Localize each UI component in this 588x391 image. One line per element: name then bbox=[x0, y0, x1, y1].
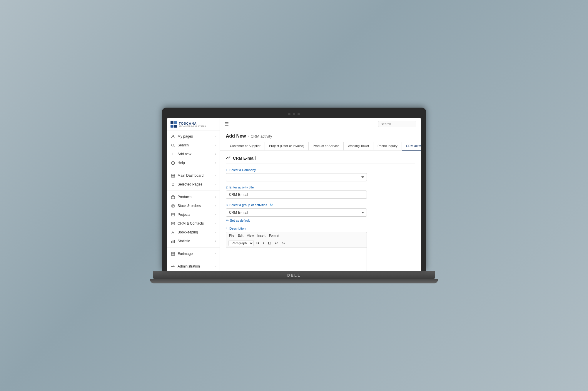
svg-rect-7 bbox=[171, 176, 173, 177]
sidebar-item-label: Stock & orders bbox=[178, 204, 213, 208]
svg-rect-8 bbox=[173, 176, 175, 177]
sidebar-item-label: Add new bbox=[178, 152, 213, 156]
svg-rect-6 bbox=[173, 174, 175, 176]
chevron-right-icon: › bbox=[215, 204, 216, 207]
undo-button[interactable]: ↩ bbox=[273, 240, 279, 246]
sidebar-item-administration[interactable]: Administration › bbox=[167, 262, 220, 271]
tab-phone-inquiry[interactable]: Phone Inquiry bbox=[373, 142, 402, 151]
editor-body[interactable] bbox=[226, 248, 367, 271]
form-section-label: CRM E-mail bbox=[233, 156, 256, 161]
activity-title-input[interactable] bbox=[226, 191, 367, 199]
sidebar-item-my-pages[interactable]: My pages › bbox=[167, 132, 220, 141]
main-content: ☰ Add New › CRM activity C bbox=[220, 118, 421, 271]
statistic-icon bbox=[171, 239, 175, 243]
svg-rect-10 bbox=[171, 196, 175, 199]
nav-divider bbox=[167, 247, 220, 248]
tab-customer-supplier[interactable]: Customer or Supplier bbox=[226, 142, 265, 151]
set-default-link[interactable]: ✏ Set as default bbox=[226, 218, 415, 223]
sidebar-item-admin-info[interactable]: Admin info › bbox=[167, 271, 220, 271]
hamburger-icon[interactable]: ☰ bbox=[225, 121, 229, 127]
svg-rect-23 bbox=[171, 252, 173, 254]
eurimage-icon bbox=[171, 251, 175, 256]
breadcrumb-main: Add New bbox=[226, 133, 246, 139]
page-header: Add New › CRM activity bbox=[220, 130, 421, 142]
editor-menu-file[interactable]: File bbox=[229, 234, 234, 237]
logo-name: TOSCANA bbox=[179, 122, 206, 125]
laptop-brand-label: DELL bbox=[287, 273, 301, 278]
tab-crm-activity[interactable]: CRM activity bbox=[402, 142, 421, 151]
laptop-keyboard-base bbox=[150, 279, 438, 283]
chevron-right-icon: › bbox=[215, 213, 216, 216]
sidebar-item-add-new[interactable]: + Add new › bbox=[167, 150, 220, 158]
svg-rect-24 bbox=[173, 252, 175, 254]
sidebar-item-search[interactable]: Search › bbox=[167, 141, 220, 150]
tab-project[interactable]: Project (Offer or Invoice) bbox=[265, 142, 309, 151]
company-select[interactable] bbox=[226, 173, 367, 181]
chevron-right-icon: › bbox=[215, 231, 216, 234]
chevron-right-icon: › bbox=[215, 174, 216, 177]
nav-divider bbox=[167, 191, 220, 191]
paragraph-select[interactable]: Paragraph bbox=[228, 240, 254, 246]
sidebar-item-projects[interactable]: Projects › bbox=[167, 210, 220, 219]
pencil-icon: ✏ bbox=[226, 218, 229, 223]
sidebar-item-statistic[interactable]: Statistic › bbox=[167, 237, 220, 245]
svg-text:?: ? bbox=[172, 162, 173, 164]
editor-menu-edit[interactable]: Edit bbox=[238, 234, 243, 237]
form-group-activities: 3. Select a group of activities ↻ CRM E-… bbox=[226, 203, 415, 223]
chevron-right-icon: › bbox=[215, 135, 216, 138]
crm-icon bbox=[171, 221, 175, 226]
editor-menu-format[interactable]: Format bbox=[269, 234, 279, 237]
help-icon: ? bbox=[171, 161, 175, 165]
tab-product-service[interactable]: Product or Service bbox=[309, 142, 344, 151]
svg-line-2 bbox=[173, 146, 175, 147]
sidebar-item-label: Selected Pages bbox=[178, 182, 213, 186]
products-icon bbox=[171, 195, 175, 199]
sidebar-item-bookkeeping[interactable]: Bookkeeping › bbox=[167, 228, 220, 237]
editor-menu-view[interactable]: View bbox=[247, 234, 254, 237]
underline-button[interactable]: U bbox=[267, 240, 272, 246]
editor-toolbar: Paragraph B I U ↩ ↪ bbox=[226, 239, 367, 248]
tab-working-ticket[interactable]: Working Ticket bbox=[344, 142, 373, 151]
sidebar-item-label: CRM & Contacts bbox=[178, 221, 213, 225]
editor-container: File Edit View Insert Format Paragraph bbox=[226, 232, 367, 271]
svg-point-27 bbox=[172, 266, 173, 267]
camera-dot bbox=[298, 113, 300, 115]
chevron-right-icon: › bbox=[215, 252, 216, 255]
svg-rect-26 bbox=[173, 254, 175, 255]
breadcrumb-arrow: › bbox=[248, 134, 249, 138]
add-icon: + bbox=[171, 152, 175, 156]
sidebar-item-selected-pages[interactable]: Selected Pages › bbox=[167, 180, 220, 189]
sidebar-item-stock-orders[interactable]: Stock & orders › bbox=[167, 201, 220, 210]
sidebar-item-label: Products bbox=[178, 195, 213, 199]
form-section-title: CRM E-mail bbox=[226, 156, 415, 163]
projects-icon bbox=[171, 212, 175, 217]
star-icon bbox=[171, 182, 175, 187]
sidebar-item-products[interactable]: Products › bbox=[167, 193, 220, 201]
svg-rect-21 bbox=[173, 240, 173, 243]
title-label: 2. Enter activity title bbox=[226, 186, 415, 189]
sidebar-item-label: Main Dashboard bbox=[178, 173, 213, 178]
company-label: 1. Select a Company bbox=[226, 168, 415, 172]
sidebar-item-main-dashboard[interactable]: Main Dashboard › bbox=[167, 171, 220, 180]
sidebar-item-eurimage[interactable]: Eurimage › bbox=[167, 249, 220, 258]
sidebar-item-help[interactable]: ? Help › bbox=[167, 158, 220, 167]
activities-select[interactable]: CRM E-mail bbox=[226, 208, 367, 217]
bookkeeping-icon bbox=[171, 230, 175, 235]
sidebar-item-label: Statistic bbox=[178, 239, 213, 243]
activities-label: 3. Select a group of activities ↻ bbox=[226, 203, 415, 207]
breadcrumb: Add New › CRM activity bbox=[226, 133, 415, 139]
search-input[interactable] bbox=[378, 121, 416, 127]
italic-button[interactable]: I bbox=[262, 240, 265, 246]
editor-menu-insert[interactable]: Insert bbox=[257, 234, 265, 237]
bold-button[interactable]: B bbox=[255, 240, 260, 246]
chevron-right-icon: › bbox=[215, 153, 216, 156]
sidebar-item-crm-contacts[interactable]: CRM & Contacts › bbox=[167, 219, 220, 228]
sidebar-item-label: Bookkeeping bbox=[178, 230, 213, 234]
svg-point-0 bbox=[172, 135, 174, 136]
redo-button[interactable]: ↪ bbox=[280, 240, 286, 246]
my-pages-icon bbox=[171, 134, 175, 139]
dashboard-icon bbox=[171, 173, 175, 178]
refresh-icon[interactable]: ↻ bbox=[270, 203, 273, 207]
laptop-base: DELL bbox=[153, 271, 435, 279]
svg-rect-5 bbox=[171, 174, 173, 176]
